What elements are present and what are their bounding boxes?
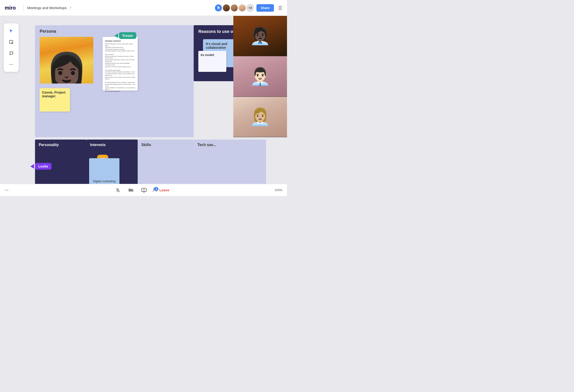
header-right: 🖱 +3 Share ☰ xyxy=(214,4,282,12)
user-count-badge: 3 xyxy=(154,187,158,191)
solution-research-doc: Solution research Week MLR Questions (1)… xyxy=(103,37,138,91)
cursor-label-leslie: Leslie xyxy=(35,163,52,170)
users-icon-wrap: 3 xyxy=(153,187,158,193)
header-divider xyxy=(23,4,23,11)
leave-button[interactable]: 3 Leave xyxy=(153,187,169,193)
nav-expand-button[interactable]: >> xyxy=(5,188,8,192)
cursor-label-trevor: Trevor xyxy=(119,32,136,39)
header: miro Meetings and Workshops ↑ 🖱 +3 Share… xyxy=(0,0,287,16)
skills-board-title: Skills xyxy=(138,140,194,150)
svg-point-1 xyxy=(10,64,10,65)
personality-board-title: Personality xyxy=(35,140,86,150)
avatar-user2[interactable] xyxy=(230,4,238,12)
techsav-board: Tech sav... Advanced xyxy=(194,140,238,184)
video-cell-2: 👨🏻‍💼 xyxy=(233,56,287,97)
zoom-level[interactable]: 100% xyxy=(275,188,282,192)
left-toolbar xyxy=(4,23,19,72)
personality-board: Personality Hard working Responsible xyxy=(35,140,86,184)
doc-content: Week MLR Questions (1) How to talk to Pe… xyxy=(105,43,135,92)
more-tools-button[interactable] xyxy=(6,60,16,69)
menu-icon[interactable]: ☰ xyxy=(278,5,282,11)
board-title[interactable]: Meetings and Workshops xyxy=(27,6,67,10)
camera-mute-button[interactable] xyxy=(127,186,135,194)
canvas[interactable]: 🧑🏿‍💼 👨🏻‍💼 👩🏼‍💼 Trevor Leslie xyxy=(0,16,287,184)
interests-board-title: Interests xyxy=(86,140,138,150)
skills-board: Skills Good leader xyxy=(138,140,194,184)
mic-mute-button[interactable] xyxy=(114,186,122,194)
persona-board: Persona 👩🏿 Cassie, Project manager Solut… xyxy=(35,25,194,137)
video-cell-1: 🧑🏿‍💼 xyxy=(233,16,287,56)
techsav-partial-board xyxy=(238,140,266,184)
sticky-note-tool-button[interactable] xyxy=(6,37,16,47)
svg-point-2 xyxy=(11,64,12,65)
cursor-arrow-leslie xyxy=(30,164,34,169)
sticky-digital-marketing: Digital marketing xyxy=(89,158,120,184)
svg-point-3 xyxy=(12,64,13,65)
video-panel: 🧑🏿‍💼 👨🏻‍💼 👩🏼‍💼 xyxy=(233,16,287,137)
logo: miro xyxy=(5,5,16,11)
cursor-leslie: Leslie xyxy=(30,163,52,170)
leave-label[interactable]: Leave xyxy=(159,188,169,192)
screen-share-button[interactable] xyxy=(140,186,148,194)
sticky-toolkit: Its toolkit xyxy=(198,51,226,72)
avatar-count[interactable]: +3 xyxy=(246,4,254,12)
avatar-group: 🖱 +3 xyxy=(214,4,254,12)
comment-tool-button[interactable] xyxy=(6,48,16,58)
techsav-board-title: Tech sav... xyxy=(194,140,238,150)
avatar-user3[interactable] xyxy=(238,4,246,12)
persona-photo: 👩🏿 xyxy=(40,37,93,83)
svg-rect-0 xyxy=(10,40,13,44)
persona-name-sticky: Cassie, Project manager xyxy=(40,88,70,112)
svg-rect-11 xyxy=(129,189,132,192)
cursor-arrow-trevor xyxy=(114,33,118,38)
bottom-bar: >> xyxy=(0,184,287,196)
cursor-tool-button[interactable] xyxy=(6,26,16,36)
avatar-cursor-icon: 🖱 xyxy=(214,4,222,12)
share-button[interactable]: Share xyxy=(256,4,274,12)
cursor-trevor: Trevor xyxy=(114,32,136,39)
bottom-center-controls: 3 Leave xyxy=(114,186,169,194)
upload-button[interactable]: ↑ xyxy=(70,5,72,10)
video-cell-3: 👩🏼‍💼 xyxy=(233,97,287,137)
doc-title: Solution research xyxy=(105,40,135,42)
avatar-user1[interactable] xyxy=(222,4,230,12)
